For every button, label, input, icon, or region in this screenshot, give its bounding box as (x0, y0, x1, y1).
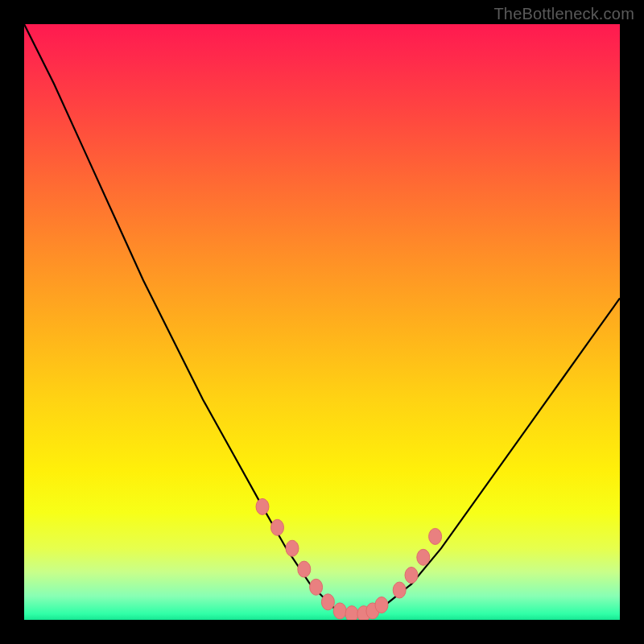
highlight-marker (345, 606, 358, 620)
highlight-marker (321, 594, 334, 610)
watermark-text: TheBottleneck.com (493, 5, 634, 23)
highlight-markers-group (256, 498, 442, 620)
bottleneck-curve-path (24, 24, 620, 614)
plot-area (24, 24, 620, 620)
highlight-marker (333, 603, 346, 619)
highlight-marker (310, 579, 323, 595)
highlight-marker (298, 561, 311, 577)
highlight-marker (375, 597, 388, 613)
highlight-marker (393, 582, 406, 598)
highlight-marker (271, 519, 284, 535)
highlight-marker (429, 528, 442, 544)
highlight-marker (417, 549, 430, 565)
highlight-marker (256, 498, 269, 514)
chart-frame (24, 24, 620, 620)
chart-svg (24, 24, 620, 620)
highlight-marker (286, 540, 299, 556)
highlight-marker (405, 568, 418, 584)
